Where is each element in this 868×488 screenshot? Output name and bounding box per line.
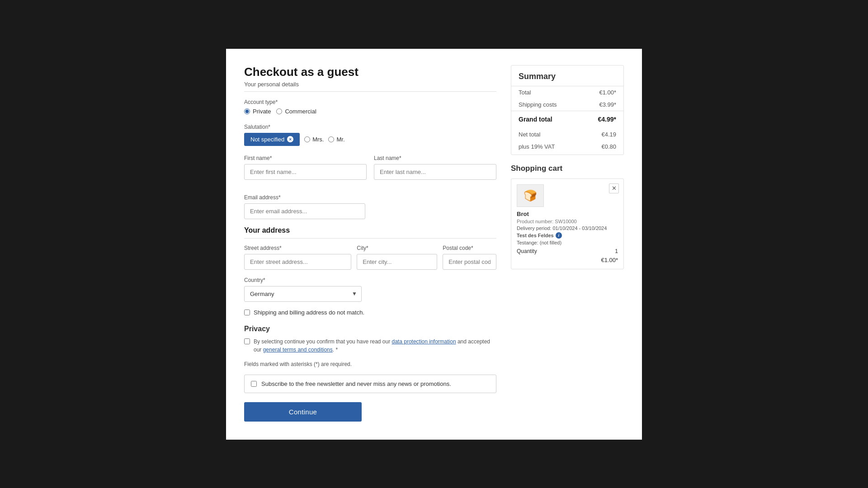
salutation-row: Not specified × Mrs. Mr.	[244, 133, 496, 146]
first-name-group: First name*	[244, 155, 367, 180]
cart-item-remove-button[interactable]: ✕	[609, 183, 619, 193]
email-input[interactable]	[244, 203, 365, 219]
newsletter-checkbox[interactable]	[251, 381, 257, 387]
account-type-group: Account type* Private Commercial	[244, 99, 496, 115]
last-name-group: Last name*	[374, 155, 496, 180]
privacy-checkbox[interactable]	[244, 338, 250, 344]
street-label: Street address*	[244, 245, 351, 251]
summary-total-value: €1.00*	[599, 89, 616, 96]
cart-item-quantity-value: 1	[615, 248, 618, 254]
cart-item-remove-icon: ✕	[612, 185, 617, 192]
personal-details-heading: Your personal details	[244, 81, 496, 92]
email-label: Email address*	[244, 194, 496, 201]
street-group: Street address*	[244, 245, 351, 270]
radio-commercial[interactable]: Commercial	[276, 108, 316, 115]
shopping-cart-title: Shopping cart	[511, 164, 624, 173]
salutation-mr-label: Mr.	[336, 136, 344, 143]
info-icon[interactable]: i	[556, 232, 562, 239]
radio-commercial-input[interactable]	[276, 108, 282, 114]
shipping-billing-checkbox-row[interactable]: Shipping and billing address do not matc…	[244, 309, 496, 316]
cart-item-field-text: Test des Feldes	[517, 233, 554, 238]
address-heading: Your address	[244, 226, 496, 239]
salutation-mr-input[interactable]	[328, 136, 334, 142]
city-group: City*	[357, 245, 437, 270]
last-name-label: Last name*	[374, 155, 496, 161]
cart-item-sku: Product number: SW10000	[517, 219, 618, 224]
postal-group: Postal code*	[443, 245, 496, 270]
city-input[interactable]	[357, 254, 437, 270]
salutation-group: Salutation* Not specified × Mrs. Mr.	[244, 124, 496, 146]
salutation-mr[interactable]: Mr.	[328, 136, 344, 143]
cart-item-delivery: Delivery period: 01/10/2024 - 03/10/2024	[517, 225, 618, 231]
newsletter-box: Subscribe to the free newsletter and nev…	[244, 375, 496, 393]
summary-total-row: Total €1.00*	[511, 86, 623, 99]
salutation-mrs[interactable]: Mrs.	[304, 136, 324, 143]
cart-item-testange: Testange: (not filled)	[517, 240, 618, 245]
cart-item-field-label: Test des Feldes i	[517, 232, 618, 239]
required-note: Fields marked with asterisks (*) are req…	[244, 361, 496, 367]
privacy-link-data-protection[interactable]: data protection information	[392, 338, 456, 345]
summary-grand-total-row: Grand total €4.99*	[511, 111, 623, 127]
salutation-mrs-label: Mrs.	[312, 136, 324, 143]
postal-input[interactable]	[443, 254, 496, 270]
summary-title: Summary	[511, 66, 623, 86]
summary-vat-row: plus 19% VAT €0.80	[511, 141, 623, 155]
summary-shipping-row: Shipping costs €3.99*	[511, 99, 623, 111]
country-select[interactable]: Germany Austria Switzerland France Unite…	[244, 286, 362, 302]
privacy-text-before: By selecting continue you confirm that y…	[254, 338, 392, 345]
shipping-billing-checkbox[interactable]	[244, 310, 250, 315]
newsletter-label: Subscribe to the free newsletter and nev…	[261, 380, 451, 387]
sidebar: Summary Total €1.00* Shipping costs €3.9…	[511, 65, 624, 422]
summary-vat-label: plus 19% VAT	[519, 143, 555, 150]
page-container: Checkout as a guest Your personal detail…	[226, 49, 642, 440]
salutation-label: Salutation*	[244, 124, 496, 130]
radio-private-label: Private	[253, 108, 271, 115]
cart-item-quantity-label: Quantity	[517, 248, 537, 254]
salutation-not-specified-label: Not specified	[250, 136, 284, 143]
country-select-wrapper: Germany Austria Switzerland France Unite…	[244, 286, 362, 302]
postal-label: Postal code*	[443, 245, 496, 251]
summary-total-label: Total	[519, 89, 531, 96]
salutation-not-specified-btn[interactable]: Not specified ×	[244, 133, 300, 146]
radio-private-input[interactable]	[244, 108, 250, 114]
privacy-text-after: . *	[333, 347, 338, 353]
first-name-input[interactable]	[244, 164, 367, 180]
country-group: Country* Germany Austria Switzerland Fra…	[244, 277, 496, 302]
cart-item-qty-row: Quantity 1	[517, 248, 618, 254]
radio-private[interactable]: Private	[244, 108, 271, 115]
cart-item-price: €1.00*	[601, 257, 618, 263]
account-type-label: Account type*	[244, 99, 496, 105]
last-name-input[interactable]	[374, 164, 496, 180]
continue-button[interactable]: Continue	[244, 402, 362, 422]
city-label: City*	[357, 245, 437, 251]
email-group: Email address*	[244, 194, 496, 219]
salutation-close-icon: ×	[287, 136, 293, 142]
privacy-title: Privacy	[244, 325, 496, 333]
cart-item: ✕ 🍞 Brot Product number: SW10000 Deliver…	[511, 178, 624, 269]
shopping-cart-section: Shopping cart ✕ 🍞 Brot Product number: S…	[511, 164, 624, 269]
main-content: Checkout as a guest Your personal detail…	[244, 65, 496, 422]
street-input[interactable]	[244, 254, 351, 270]
summary-net-total-label: Net total	[519, 131, 540, 138]
cart-item-image: 🍞	[517, 184, 544, 207]
summary-grand-total-label: Grand total	[519, 116, 552, 123]
name-row: First name* Last name*	[244, 155, 496, 187]
salutation-mrs-input[interactable]	[304, 136, 310, 142]
address-row: Street address* City* Postal code*	[244, 245, 496, 270]
summary-shipping-value: €3.99*	[599, 101, 616, 108]
privacy-statement: By selecting continue you confirm that y…	[254, 338, 496, 354]
cart-item-icon: 🍞	[524, 189, 537, 202]
summary-vat-value: €0.80	[601, 143, 616, 150]
first-name-label: First name*	[244, 155, 367, 161]
summary-grand-total-value: €4.99*	[598, 116, 616, 123]
summary-box: Summary Total €1.00* Shipping costs €3.9…	[511, 65, 624, 155]
radio-commercial-label: Commercial	[285, 108, 316, 115]
privacy-link-terms[interactable]: general terms and conditions	[263, 347, 333, 353]
summary-net-total-row: Net total €4.19	[511, 127, 623, 141]
summary-shipping-label: Shipping costs	[519, 101, 557, 108]
page-title: Checkout as a guest	[244, 65, 496, 79]
cart-item-name: Brot	[517, 211, 618, 217]
privacy-section: Privacy By selecting continue you confir…	[244, 325, 496, 354]
shipping-billing-label: Shipping and billing address do not matc…	[254, 309, 364, 316]
privacy-text: By selecting continue you confirm that y…	[244, 338, 496, 354]
